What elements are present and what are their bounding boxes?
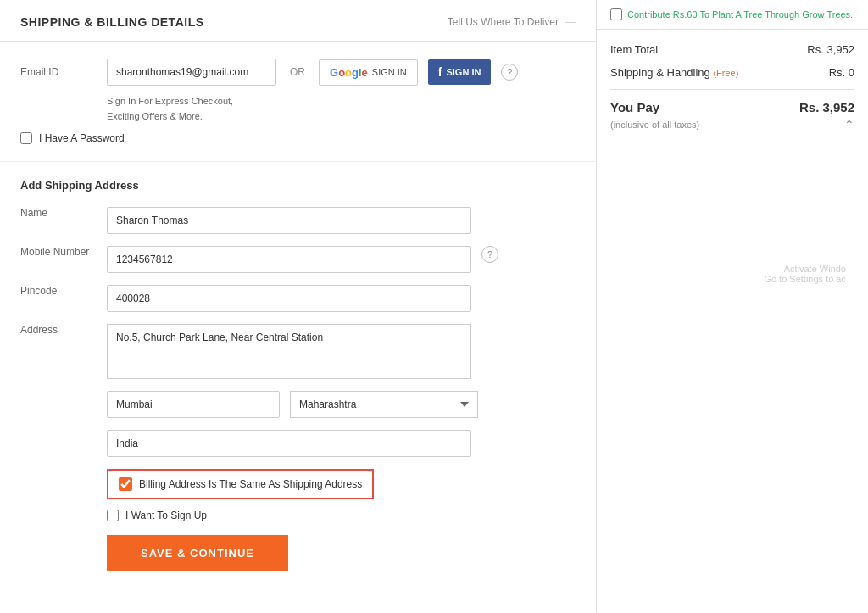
facebook-signin-button[interactable]: f SIGN IN <box>428 59 492 85</box>
google-icon: Google <box>330 66 368 79</box>
chevron-up-icon[interactable]: ⌃ <box>844 118 854 131</box>
page-title: SHIPPING & BILLING DETAILS <box>20 15 204 29</box>
billing-address-label: Billing Address Is The Same As Shipping … <box>139 478 362 490</box>
panel-subtitle: Tell Us Where To Deliver — <box>448 16 576 28</box>
mobile-input[interactable] <box>107 246 471 273</box>
or-divider: OR <box>287 66 309 78</box>
pincode-input[interactable] <box>107 285 471 312</box>
signup-checkbox-label: I Want To Sign Up <box>125 510 207 521</box>
billing-address-checkbox[interactable] <box>119 477 132 491</box>
you-pay-value: Rs. 3,952 <box>799 100 854 114</box>
shipping-section-title: Add Shipping Address <box>20 179 576 192</box>
shipping-value: Rs. 0 <box>829 66 854 79</box>
signup-checkbox[interactable] <box>107 510 119 521</box>
item-total-label: Item Total <box>610 43 658 56</box>
google-signin-button[interactable]: Google SIGN IN <box>319 59 418 86</box>
name-input[interactable] <box>107 207 471 234</box>
country-input[interactable] <box>107 430 471 457</box>
summary-divider <box>610 89 854 90</box>
mobile-label: Mobile Number <box>20 246 97 258</box>
save-continue-button[interactable]: SAVE & CONTINUE <box>107 535 288 571</box>
free-tag: (Free) <box>713 68 738 78</box>
name-label: Name <box>20 207 97 219</box>
email-input[interactable] <box>107 59 276 86</box>
mobile-help-icon[interactable]: ? <box>481 246 498 263</box>
billing-address-checkbox-container: Billing Address Is The Same As Shipping … <box>107 469 374 499</box>
password-checkbox[interactable] <box>20 132 32 144</box>
city-input[interactable] <box>107 391 280 418</box>
tree-banner-text: Contribute Rs.60 To Plant A Tree Through… <box>627 9 853 20</box>
you-pay-label: You Pay <box>610 100 659 114</box>
pincode-label: Pincode <box>20 285 97 297</box>
tree-checkbox[interactable] <box>610 8 622 20</box>
shipping-label: Shipping & Handling (Free) <box>610 66 738 79</box>
tax-note: (inclusive of all taxes) <box>610 120 699 130</box>
help-icon[interactable]: ? <box>501 64 518 81</box>
address-label: Address <box>20 324 97 336</box>
item-total-value: Rs. 3,952 <box>807 43 854 56</box>
state-select[interactable]: Maharashtra Delhi Karnataka Tamil Nadu <box>290 391 478 418</box>
email-label: Email ID <box>20 66 97 78</box>
activate-watermark: Activate Windo Go to Settings to ac <box>588 264 860 284</box>
address-input[interactable]: No.5, Church Park Lane, Near Central Sta… <box>107 324 471 379</box>
facebook-icon: f <box>438 65 442 79</box>
signin-hint: Sign In For Express Checkout, Exciting O… <box>107 94 576 124</box>
password-checkbox-label: I Have A Password <box>39 132 125 144</box>
